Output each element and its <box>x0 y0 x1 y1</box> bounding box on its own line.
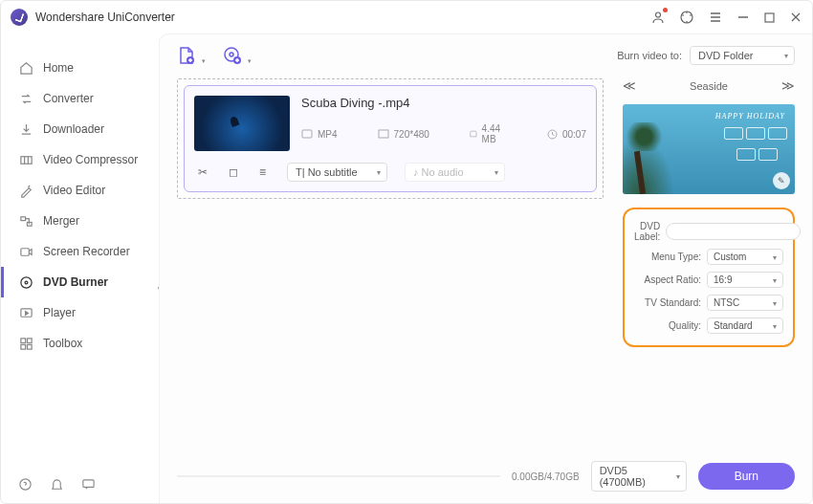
sidebar-item-label: Video Editor <box>43 184 105 197</box>
svg-rect-11 <box>27 338 32 342</box>
disc-usage-bar <box>177 475 500 477</box>
merger-icon <box>18 213 33 229</box>
main-panel: Burn video to: DVD Folder Scuba Diving -… <box>159 33 812 503</box>
sidebar-item-editor[interactable]: Video Editor <box>1 175 159 206</box>
svg-rect-3 <box>20 156 31 164</box>
converter-icon <box>18 91 33 106</box>
recorder-icon <box>18 244 33 259</box>
sidebar-item-label: DVD Burner <box>43 275 108 289</box>
svg-rect-2 <box>765 13 774 22</box>
account-icon[interactable] <box>650 10 666 25</box>
svg-rect-4 <box>20 216 25 220</box>
sidebar-item-merger[interactable]: Merger <box>1 206 159 236</box>
sidebar-item-toolbox[interactable]: Toolbox <box>1 328 159 359</box>
toolbox-icon <box>18 336 33 351</box>
dvd-icon <box>18 274 33 290</box>
disc-type-select[interactable]: DVD5 (4700MB) <box>591 461 687 492</box>
feedback-icon[interactable] <box>81 477 96 492</box>
maximize-icon[interactable] <box>763 11 776 24</box>
sidebar-item-label: Screen Recorder <box>43 245 130 258</box>
svg-rect-10 <box>20 338 25 342</box>
sidebar-item-home[interactable]: Home <box>1 53 159 83</box>
template-edit-button[interactable]: ✎ <box>773 172 790 189</box>
sidebar-item-dvd-burner[interactable]: DVD Burner <box>1 267 159 297</box>
app-title: Wondershare UniConverter <box>35 11 650 24</box>
template-name: Seaside <box>690 80 728 92</box>
video-thumbnail <box>194 96 290 151</box>
svg-point-7 <box>20 276 31 287</box>
tv-standard-label: TV Standard: <box>634 297 701 308</box>
toolbar: Burn video to: DVD Folder <box>177 46 795 65</box>
trim-icon[interactable]: ✂ <box>198 165 208 179</box>
sidebar-item-compressor[interactable]: Video Compressor <box>1 144 159 175</box>
player-icon <box>18 305 33 320</box>
menu-type-label: Menu Type: <box>634 252 701 262</box>
crop-icon[interactable]: ◻ <box>229 165 238 179</box>
quality-select[interactable]: Standard <box>707 318 783 334</box>
aspect-ratio-label: Aspect Ratio: <box>634 274 701 285</box>
compressor-icon <box>18 152 33 167</box>
audio-select[interactable]: ♪ No audio <box>405 163 505 182</box>
tv-standard-select[interactable]: NTSC <box>707 295 783 311</box>
sidebar-item-downloader[interactable]: Downloader <box>1 114 159 144</box>
sidebar-item-label: Downloader <box>43 122 104 136</box>
disc-usage-text: 0.00GB/4.70GB <box>512 471 580 482</box>
media-duration: 00:07 <box>562 129 586 140</box>
editor-icon <box>18 183 33 198</box>
minimize-icon[interactable] <box>736 11 750 24</box>
template-next-button[interactable]: ≫ <box>781 78 795 93</box>
dvd-label-label: DVD Label: <box>634 221 660 242</box>
load-dvd-button[interactable] <box>223 46 242 65</box>
bottom-bar: 0.00GB/4.70GB DVD5 (4700MB) Burn <box>177 451 795 492</box>
quality-label: Quality: <box>634 320 701 331</box>
svg-rect-20 <box>302 130 312 138</box>
template-preview[interactable]: HAPPY HOLIDAY ✎ <box>623 104 795 194</box>
burn-to-select[interactable]: DVD Folder <box>690 46 795 65</box>
sidebar-item-converter[interactable]: Converter <box>1 83 159 114</box>
support-icon[interactable] <box>679 10 694 25</box>
svg-rect-6 <box>20 248 28 255</box>
svg-rect-15 <box>83 480 94 488</box>
burn-button[interactable]: Burn <box>698 463 795 490</box>
sidebar-item-label: Home <box>43 61 74 75</box>
sidebar-item-label: Converter <box>43 92 94 105</box>
close-icon[interactable] <box>789 11 802 24</box>
sidebar-item-label: Video Compressor <box>43 153 138 166</box>
dvd-settings: DVD Label: Menu Type:Custom Aspect Ratio… <box>623 208 795 347</box>
svg-point-8 <box>25 281 28 284</box>
media-drop-area[interactable]: Scuba Diving -.mp4 MP4 720*480 4.44 MB 0… <box>177 78 604 199</box>
menu-type-select[interactable]: Custom <box>707 249 783 265</box>
template-prev-button[interactable]: ≪ <box>623 78 636 93</box>
sidebar-item-label: Player <box>43 306 76 319</box>
sidebar-item-label: Toolbox <box>43 337 82 350</box>
svg-rect-13 <box>27 344 32 349</box>
sidebar-item-label: Merger <box>43 214 79 228</box>
download-icon <box>18 121 33 137</box>
app-logo <box>11 9 28 26</box>
burn-to-label: Burn video to: <box>617 50 682 61</box>
aspect-ratio-select[interactable]: 16:9 <box>707 272 783 288</box>
media-resolution: 720*480 <box>394 129 429 140</box>
more-icon[interactable]: ≡ <box>259 165 266 179</box>
media-filename: Scuba Diving -.mp4 <box>301 96 586 110</box>
add-file-button[interactable] <box>177 46 196 65</box>
home-icon <box>18 60 33 76</box>
media-item[interactable]: Scuba Diving -.mp4 MP4 720*480 4.44 MB 0… <box>184 85 597 192</box>
template-banner-text: HAPPY HOLIDAY <box>715 112 785 121</box>
svg-point-0 <box>656 12 661 17</box>
sidebar: Home Converter Downloader Video Compress… <box>1 33 159 503</box>
notification-icon[interactable] <box>50 477 64 492</box>
titlebar: Wondershare UniConverter <box>1 1 812 33</box>
menu-icon[interactable] <box>708 10 723 25</box>
media-size: 4.44 MB <box>482 123 507 144</box>
svg-rect-21 <box>379 130 388 138</box>
media-format: MP4 <box>318 129 338 140</box>
help-icon[interactable] <box>18 477 33 492</box>
dvd-label-input[interactable] <box>666 223 801 240</box>
sidebar-item-recorder[interactable]: Screen Recorder <box>1 236 159 267</box>
svg-rect-12 <box>20 344 25 349</box>
svg-point-18 <box>230 53 233 56</box>
subtitle-select[interactable]: T| No subtitle <box>287 163 387 182</box>
sidebar-item-player[interactable]: Player <box>1 297 159 328</box>
